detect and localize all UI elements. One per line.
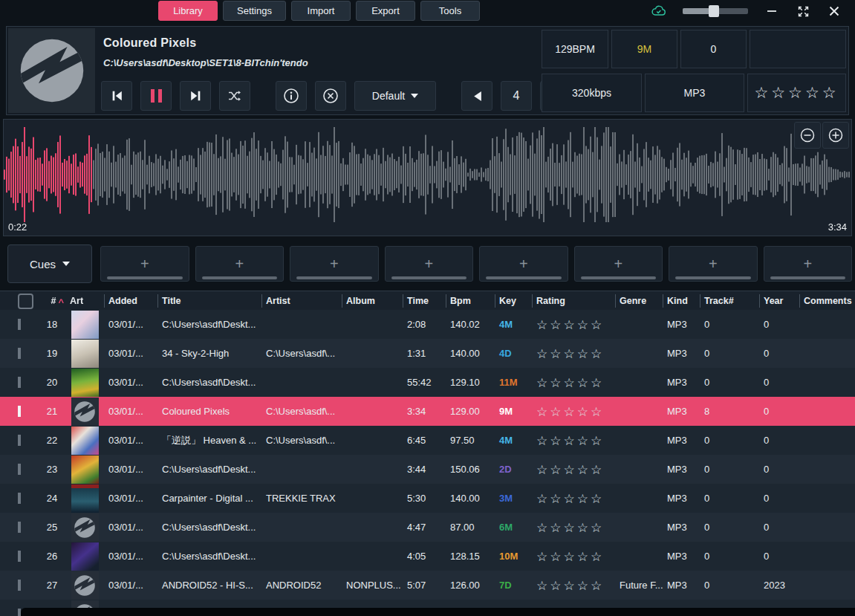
cell-rating[interactable]: ☆☆☆☆☆ (532, 549, 615, 564)
column-header-track[interactable]: Track# (700, 291, 759, 311)
table-row[interactable]: 27 03/01/... ANDROID52 - HI-S... ANDROID… (0, 571, 855, 600)
column-header-added[interactable]: Added (104, 291, 157, 311)
row-checkbox[interactable] (18, 406, 21, 417)
cue-add-button[interactable]: + (195, 246, 285, 282)
cell-rating[interactable]: ☆☆☆☆☆ (532, 404, 615, 419)
column-header-title[interactable]: Title (157, 291, 261, 311)
pause-button[interactable] (140, 81, 172, 111)
row-select-cell (0, 406, 39, 417)
tab-settings[interactable]: Settings (223, 1, 286, 21)
table-row[interactable]: 19 03/01/... 34 - Sky-2-High C:\Users\as… (0, 339, 855, 368)
cell-rating[interactable]: ☆☆☆☆☆ (532, 317, 615, 332)
column-header-key[interactable]: Key (495, 291, 532, 311)
cell-added: 03/01/... (104, 580, 157, 591)
top-bar: Library Settings Import Export Tools (0, 0, 855, 22)
cue-add-button[interactable]: + (385, 246, 474, 282)
cell-rating[interactable]: ☆☆☆☆☆ (532, 520, 615, 535)
select-all-checkbox[interactable] (18, 294, 33, 309)
column-header-bpm[interactable]: Bpm (446, 291, 495, 311)
clear-button[interactable] (315, 81, 346, 111)
cell-rating[interactable]: ☆☆☆☆☆ (532, 578, 615, 593)
table-row[interactable]: 25 03/01/... C:\Users\asdf\Deskt... 4:47… (0, 513, 855, 542)
row-art-cell (65, 369, 104, 397)
table-row[interactable]: 26 03/01/... C:\Users\asdf\Deskt... 4:05… (0, 542, 855, 571)
shuffle-button[interactable] (219, 81, 250, 111)
tab-import[interactable]: Import (291, 1, 351, 21)
waveform-panel[interactable]: 0:22 3:34 (3, 119, 852, 236)
column-header-artist[interactable]: Artist (261, 291, 342, 311)
cell-title: ANDROID52 - HI-S... (157, 580, 261, 591)
row-checkbox[interactable] (18, 580, 21, 591)
row-art-cell (65, 455, 104, 484)
zoom-out-button[interactable] (794, 122, 821, 149)
row-select-cell (0, 551, 39, 562)
previous-track-button[interactable] (101, 81, 132, 111)
row-checkbox[interactable] (18, 464, 21, 475)
profile-dropdown[interactable]: Default (354, 81, 436, 111)
cell-title: 34 - Sky-2-High (157, 348, 261, 359)
column-header-comments[interactable]: Comments (799, 291, 855, 311)
cell-rating[interactable]: ☆☆☆☆☆ (532, 491, 615, 506)
row-checkbox[interactable] (18, 493, 21, 504)
cell-kind: MP3 (663, 522, 700, 533)
cell-year: 0 (759, 551, 799, 562)
table-row[interactable]: 20 03/01/... C:\Users\asdf\Deskt... 55:4… (0, 368, 855, 397)
maximize-button[interactable] (796, 4, 810, 19)
horizontal-scrollbar[interactable] (21, 608, 855, 616)
column-header-kind[interactable]: Kind (663, 291, 700, 311)
skip-forward-icon (189, 89, 203, 103)
cue-add-button[interactable]: + (100, 246, 189, 282)
column-header-year[interactable]: Year (759, 291, 799, 311)
cue-add-button[interactable]: + (669, 246, 758, 282)
row-checkbox[interactable] (18, 551, 21, 562)
column-header-time[interactable]: Time (403, 291, 446, 311)
cell-added: 03/01/... (104, 406, 157, 417)
tab-export[interactable]: Export (356, 1, 415, 21)
table-row[interactable]: 22 03/01/... 「逆説」 Heaven & ... C:\Users\… (0, 426, 855, 455)
rating-box[interactable]: ☆☆☆☆☆ (747, 74, 846, 112)
cell-time: 5:07 (403, 580, 446, 591)
tab-library[interactable]: Library (158, 1, 218, 21)
minimize-button[interactable] (764, 4, 779, 19)
page-previous-button[interactable] (461, 81, 492, 111)
close-button[interactable] (827, 4, 842, 19)
cell-rating[interactable]: ☆☆☆☆☆ (532, 375, 615, 390)
cell-rating[interactable]: ☆☆☆☆☆ (532, 433, 615, 448)
cell-time: 6:45 (403, 435, 446, 446)
cell-artist: TREKKIE TRAX (261, 493, 342, 504)
zoom-in-button[interactable] (822, 122, 849, 149)
cloud-check-icon[interactable] (651, 4, 666, 19)
next-track-button[interactable] (180, 81, 211, 111)
row-checkbox[interactable] (18, 435, 21, 446)
table-row[interactable]: 23 03/01/... C:\Users\asdf\Deskt... 3:44… (0, 455, 855, 484)
cues-dropdown[interactable]: Cues (7, 244, 92, 283)
cell-rating[interactable]: ☆☆☆☆☆ (532, 462, 615, 477)
table-row[interactable]: 24 03/01/... Carpainter - Digital ... TR… (0, 484, 855, 513)
column-header-genre[interactable]: Genre (615, 291, 663, 311)
table-row[interactable]: 18 03/01/... C:\Users\asdf\Deskt... 2:08… (0, 310, 855, 339)
cue-add-button[interactable]: + (479, 246, 568, 282)
row-checkbox[interactable] (18, 348, 21, 359)
volume-slider-handle[interactable] (709, 5, 719, 17)
cue-add-button[interactable]: + (574, 246, 663, 282)
track-info-button[interactable] (276, 81, 307, 111)
column-header-art[interactable]: Art (65, 291, 104, 311)
cell-rating[interactable]: ☆☆☆☆☆ (532, 346, 615, 361)
rating-stars[interactable]: ☆☆☆☆☆ (754, 84, 839, 102)
cue-add-button[interactable]: + (764, 246, 853, 282)
column-header-album[interactable]: Album (342, 291, 403, 311)
row-checkbox[interactable] (18, 522, 21, 533)
row-checkbox[interactable] (18, 319, 21, 330)
table-row[interactable]: 21 03/01/... Coloured Pixels C:\Users\as… (0, 397, 855, 426)
column-header-rating[interactable]: Rating (532, 291, 615, 311)
row-art-cell (65, 311, 104, 339)
album-art-thumbnail (71, 484, 99, 513)
volume-slider[interactable] (683, 8, 748, 14)
row-checkbox[interactable] (18, 377, 21, 388)
page-number-box[interactable]: 4 (501, 81, 532, 111)
tab-tools[interactable]: Tools (420, 1, 480, 21)
waveform-canvas[interactable] (4, 120, 851, 236)
track-meta-boxes: 129BPM 9M 0 320kbps MP3 ☆☆☆☆☆ (542, 30, 846, 112)
column-header-num[interactable]: #^ (39, 291, 65, 311)
cue-add-button[interactable]: + (290, 246, 379, 282)
